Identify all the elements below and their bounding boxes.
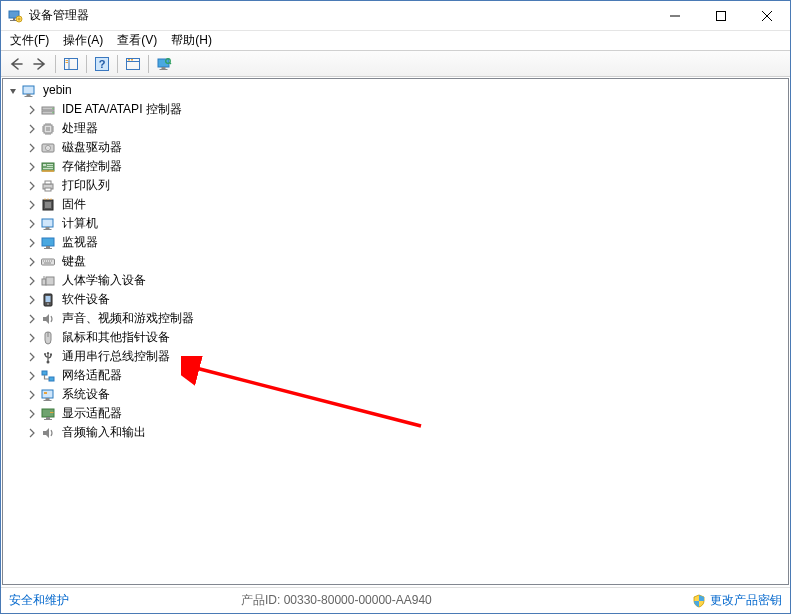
close-button[interactable] (744, 1, 790, 30)
svg-rect-85 (49, 377, 54, 381)
tree-node[interactable]: 鼠标和其他指针设备 (5, 328, 788, 347)
back-button[interactable] (5, 53, 27, 75)
svg-rect-50 (47, 166, 53, 167)
menu-help[interactable]: 帮助(H) (164, 31, 219, 50)
svg-point-82 (44, 353, 46, 355)
tree-node[interactable]: 处理器 (5, 119, 788, 138)
tree-node-label: 打印队列 (60, 176, 112, 195)
svg-rect-72 (44, 262, 51, 263)
expander-icon[interactable] (24, 178, 39, 193)
change-product-key-label: 更改产品密钥 (710, 592, 782, 609)
svg-rect-60 (42, 219, 53, 227)
expander-icon[interactable] (24, 406, 39, 421)
svg-rect-24 (27, 94, 31, 96)
svg-rect-20 (160, 69, 168, 70)
tree-node[interactable]: 音频输入和输出 (5, 423, 788, 442)
titlebar: 设备管理器 (1, 1, 790, 31)
tree-node[interactable]: 网络适配器 (5, 366, 788, 385)
computer-icon (21, 83, 37, 99)
svg-rect-16 (128, 59, 130, 61)
device-category-icon (40, 273, 56, 289)
expander-icon[interactable] (24, 368, 39, 383)
tree-node[interactable]: 存储控制器 (5, 157, 788, 176)
svg-rect-92 (44, 419, 52, 420)
svg-rect-77 (46, 296, 51, 302)
tree-node[interactable]: 通用串行总线控制器 (5, 347, 788, 366)
properties-button[interactable] (122, 53, 144, 75)
svg-point-78 (47, 303, 49, 305)
scan-hardware-button[interactable] (153, 53, 175, 75)
device-category-icon (40, 292, 56, 308)
window-controls (652, 1, 790, 30)
device-category-icon (40, 349, 56, 365)
device-category-icon (40, 178, 56, 194)
tree-node[interactable]: 键盘 (5, 252, 788, 271)
expander-icon[interactable] (24, 349, 39, 364)
minimize-button[interactable] (652, 1, 698, 30)
menu-view[interactable]: 查看(V) (110, 31, 164, 50)
tree-node[interactable]: 计算机 (5, 214, 788, 233)
svg-rect-67 (43, 260, 44, 261)
expander-icon[interactable] (24, 102, 39, 117)
tree-node[interactable]: 人体学输入设备 (5, 271, 788, 290)
tree-node-label: 声音、视频和游戏控制器 (60, 309, 196, 328)
toolbar-separator (55, 55, 56, 73)
svg-rect-51 (43, 168, 53, 169)
svg-rect-71 (51, 260, 52, 261)
help-button[interactable]: ? (91, 53, 113, 75)
expander-icon[interactable] (24, 235, 39, 250)
expander-icon[interactable] (5, 83, 20, 98)
expander-icon[interactable] (24, 387, 39, 402)
svg-rect-11 (66, 62, 69, 63)
svg-rect-1 (13, 18, 15, 20)
security-maintenance-link[interactable]: 安全和维护 (9, 592, 69, 609)
show-hide-console-button[interactable] (60, 53, 82, 75)
shield-icon (692, 594, 706, 608)
expander-icon[interactable] (24, 121, 39, 136)
change-product-key-link[interactable]: 更改产品密钥 (692, 592, 782, 609)
tree-node[interactable]: IDE ATA/ATAPI 控制器 (5, 100, 788, 119)
menu-file[interactable]: 文件(F) (3, 31, 56, 50)
svg-rect-54 (45, 188, 51, 191)
tree-node[interactable]: 固件 (5, 195, 788, 214)
svg-point-46 (47, 147, 48, 148)
expander-icon[interactable] (24, 159, 39, 174)
svg-line-22 (170, 62, 172, 64)
tree-node[interactable]: 软件设备 (5, 290, 788, 309)
maximize-button[interactable] (698, 1, 744, 30)
tree-node[interactable]: 声音、视频和游戏控制器 (5, 309, 788, 328)
svg-rect-88 (44, 400, 52, 401)
tree-root-node[interactable]: yebin (5, 81, 788, 100)
tree-node[interactable]: 系统设备 (5, 385, 788, 404)
expander-icon[interactable] (24, 330, 39, 345)
tree-node[interactable]: 显示适配器 (5, 404, 788, 423)
forward-button[interactable] (29, 53, 51, 75)
toolbar-separator (117, 55, 118, 73)
device-category-icon (40, 216, 56, 232)
menu-action[interactable]: 操作(A) (56, 31, 110, 50)
svg-rect-62 (44, 229, 52, 230)
tree-node[interactable]: 磁盘驱动器 (5, 138, 788, 157)
svg-rect-25 (25, 96, 33, 97)
svg-rect-65 (44, 248, 52, 249)
device-category-icon (40, 121, 56, 137)
expander-icon[interactable] (24, 425, 39, 440)
expander-icon[interactable] (24, 197, 39, 212)
expander-icon[interactable] (24, 216, 39, 231)
expander-icon[interactable] (24, 292, 39, 307)
svg-rect-84 (42, 371, 47, 375)
svg-rect-69 (47, 260, 48, 261)
expander-icon[interactable] (24, 254, 39, 269)
device-tree: yebinIDE ATA/ATAPI 控制器处理器磁盘驱动器存储控制器打印队列固… (5, 81, 788, 442)
tree-node[interactable]: 打印队列 (5, 176, 788, 195)
expander-icon[interactable] (24, 140, 39, 155)
device-category-icon (40, 406, 56, 422)
device-category-icon (40, 102, 56, 118)
expander-icon[interactable] (24, 311, 39, 326)
device-category-icon (40, 311, 56, 327)
tree-node-label: 软件设备 (60, 290, 112, 309)
tree-node[interactable]: 监视器 (5, 233, 788, 252)
expander-icon[interactable] (24, 273, 39, 288)
device-tree-panel[interactable]: yebinIDE ATA/ATAPI 控制器处理器磁盘驱动器存储控制器打印队列固… (2, 78, 789, 585)
svg-rect-53 (45, 181, 51, 184)
